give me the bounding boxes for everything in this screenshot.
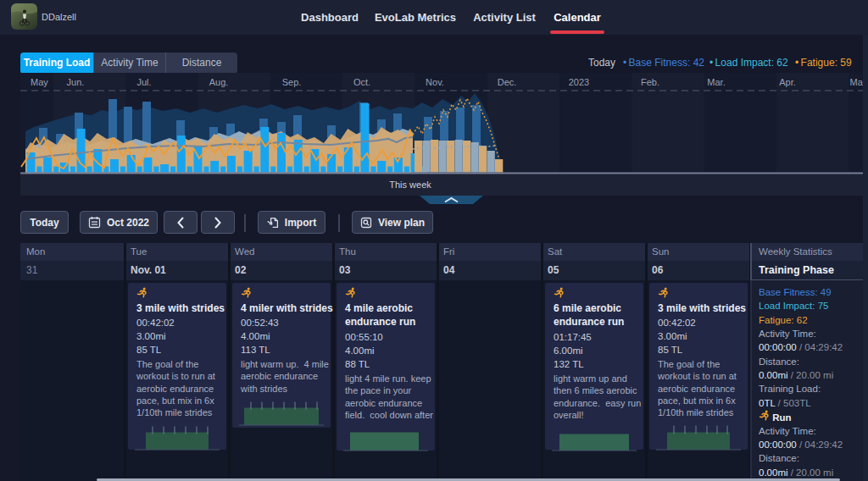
svg-text:Mar.: Mar. — [707, 77, 725, 87]
svg-text:Jun.: Jun. — [67, 77, 85, 87]
svg-text:Feb.: Feb. — [641, 77, 659, 87]
svg-text:Jul.: Jul. — [136, 77, 151, 87]
svg-text:Aug.: Aug. — [209, 77, 229, 87]
svg-text:May: May — [31, 77, 48, 87]
svg-text:This week: This week — [389, 180, 431, 190]
svg-text:Dec.: Dec. — [498, 77, 517, 87]
svg-text:Apr.: Apr. — [779, 77, 796, 87]
svg-text:2023: 2023 — [569, 77, 589, 87]
svg-text:Oct.: Oct. — [353, 77, 370, 87]
svg-text:Nov.: Nov. — [426, 77, 444, 87]
svg-text:Sep.: Sep. — [282, 77, 302, 87]
